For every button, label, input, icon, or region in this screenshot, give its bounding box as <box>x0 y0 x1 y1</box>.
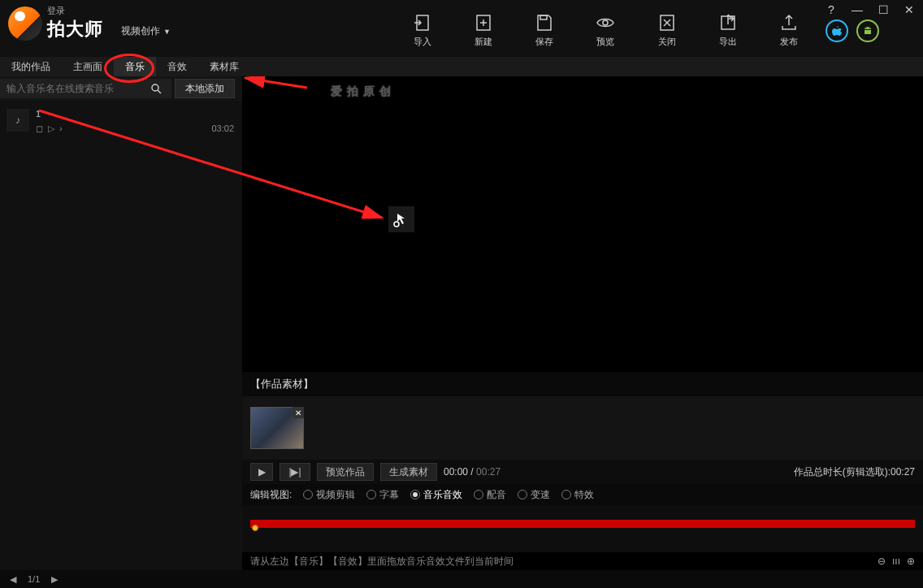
export-button[interactable]: 导出 <box>704 13 752 48</box>
save-button[interactable]: 保存 <box>520 13 569 48</box>
editview-radio-音乐音效[interactable]: 音乐音效 <box>410 488 462 502</box>
music-list-item[interactable]: ♪1◻▷›03:02 <box>0 101 242 139</box>
search-button[interactable] <box>150 79 171 98</box>
music-duration: 03:02 <box>211 123 234 134</box>
login-link[interactable]: 登录 <box>47 5 103 17</box>
editview-radio-特效[interactable]: 特效 <box>561 488 594 502</box>
music-stop-icon[interactable]: ◻ <box>36 123 43 134</box>
material-thumbnail[interactable]: ✕ <box>250 407 304 449</box>
svg-line-13 <box>158 90 161 93</box>
material-section-label: 【作品素材】 <box>242 372 923 396</box>
android-store-icon[interactable] <box>856 19 879 42</box>
import-icon <box>413 13 432 32</box>
timeline-track[interactable] <box>250 520 915 528</box>
generate-material-button[interactable]: 生成素材 <box>380 463 437 481</box>
chevron-down-icon: ▼ <box>163 28 171 36</box>
close-button[interactable]: 关闭 <box>643 13 691 48</box>
hint-text: 请从左边【音乐】【音效】里面拖放音乐音效文件到当前时间 <box>250 555 514 569</box>
radio-dot-icon <box>561 490 571 499</box>
tab-素材库[interactable]: 素材库 <box>198 57 250 76</box>
music-index: 1 <box>36 109 234 119</box>
radio-dot-icon <box>518 490 527 499</box>
mode-selector[interactable]: 视频创作 ▼ <box>121 24 171 38</box>
radio-dot-icon <box>410 490 420 499</box>
editview-radio-视频剪辑[interactable]: 视频剪辑 <box>303 488 355 502</box>
step-play-button[interactable]: |▶| <box>280 463 310 481</box>
watermark-text: 爱拍原创 <box>330 84 392 99</box>
svg-point-10 <box>865 27 866 28</box>
editview-radio-字幕[interactable]: 字幕 <box>366 488 399 502</box>
music-play-icon[interactable]: ▷ <box>48 123 54 134</box>
app-title: 拍大师 <box>47 17 103 41</box>
tab-音乐[interactable]: 音乐 <box>114 57 156 76</box>
music-note-icon: ♪ <box>6 109 29 132</box>
page-next-button[interactable]: ▶ <box>48 574 61 585</box>
drop-cursor-icon <box>388 206 414 232</box>
page-indicator: 1/1 <box>28 574 40 584</box>
zoom-in-icon[interactable]: ⊕ <box>907 556 915 567</box>
import-button[interactable]: 导入 <box>398 13 447 48</box>
ios-store-icon[interactable] <box>826 19 848 42</box>
svg-line-15 <box>245 78 307 88</box>
svg-point-11 <box>869 27 869 28</box>
tab-音效[interactable]: 音效 <box>156 57 198 76</box>
tab-主画面[interactable]: 主画面 <box>62 57 114 76</box>
play-button[interactable]: ▶ <box>250 463 273 481</box>
new-icon <box>474 13 493 32</box>
publish-button[interactable]: 发布 <box>765 13 813 48</box>
page-prev-button[interactable]: ◀ <box>6 574 20 585</box>
mode-label: 视频创作 <box>121 24 160 38</box>
svg-rect-4 <box>540 15 547 19</box>
close-icon[interactable]: ✕ <box>902 3 916 16</box>
svg-point-12 <box>152 84 158 91</box>
eye-icon <box>596 13 615 32</box>
music-more-icon[interactable]: › <box>59 123 63 134</box>
tab-我的作品[interactable]: 我的作品 <box>0 57 62 76</box>
new-button[interactable]: 新建 <box>459 13 508 48</box>
zoom-slider-icon[interactable]: ııı <box>892 556 900 567</box>
editview-radio-配音[interactable]: 配音 <box>474 488 506 502</box>
upload-icon <box>779 13 799 32</box>
save-icon <box>535 13 554 32</box>
zoom-out-icon[interactable]: ⊖ <box>878 556 886 567</box>
app-avatar <box>8 6 42 41</box>
timeline-playhead[interactable] <box>250 515 258 526</box>
editview-radio-变速[interactable]: 变速 <box>518 488 550 502</box>
svg-point-14 <box>394 222 399 227</box>
local-add-button[interactable]: 本地添加 <box>175 79 235 98</box>
music-search-input[interactable] <box>0 79 150 98</box>
editview-label: 编辑视图: <box>250 488 292 502</box>
svg-point-5 <box>603 20 608 25</box>
close-file-icon <box>657 13 677 32</box>
radio-dot-icon <box>303 490 313 499</box>
preview-button[interactable]: 预览 <box>581 13 630 48</box>
playback-time: 00:00 / 00:27 <box>444 466 500 478</box>
radio-dot-icon <box>474 490 483 499</box>
preview-project-button[interactable]: 预览作品 <box>317 463 374 481</box>
export-icon <box>718 13 738 32</box>
thumbnail-remove-icon[interactable]: ✕ <box>292 407 304 418</box>
radio-dot-icon <box>366 490 376 499</box>
project-duration-label: 作品总时长(剪辑选取):00:27 <box>794 465 915 479</box>
